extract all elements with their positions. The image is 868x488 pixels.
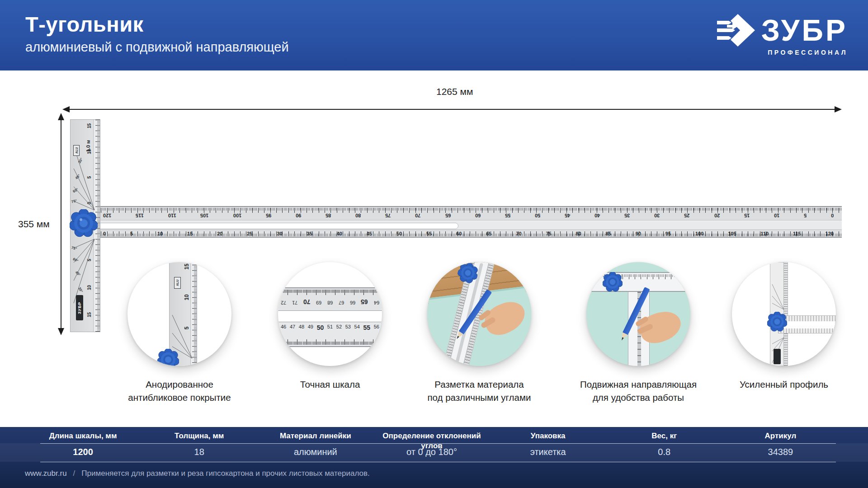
mini-knob: [603, 272, 623, 292]
scale-number: 48: [299, 324, 304, 331]
cm-ticks: [95, 231, 842, 236]
page-subtitle: алюминиевый с подвижной направляющей: [25, 40, 289, 55]
scale-number: 54: [354, 324, 360, 331]
caption-line: Подвижная направляющая: [561, 378, 715, 391]
scale-number: 64: [374, 298, 379, 305]
height-dimension-label: 355 мм: [18, 219, 50, 230]
page-title: Т-угольник: [25, 12, 144, 37]
spec-value: от 0 до 180°: [373, 447, 490, 457]
spec-value: этикетка: [490, 447, 606, 457]
caption-line: под различными углами: [402, 391, 556, 404]
width-dimension-line: [68, 109, 835, 110]
scale-number: 115: [136, 213, 144, 218]
divider-line: [40, 443, 836, 444]
scale-number: 66: [350, 298, 355, 305]
footer-note: www.zubr.ru/Применяется для разметки и р…: [25, 469, 370, 478]
scale-number: 110: [168, 213, 176, 218]
scale-number: 90: [296, 213, 301, 218]
brand-logo: ЗУБР ПРОФЕССИОНАЛ: [717, 14, 848, 57]
alu-badge: ALU: [174, 277, 181, 289]
caption-line: Разметка материала: [402, 378, 556, 391]
spec-col-sku: Артикул 34389: [722, 427, 839, 457]
scale-number: 5: [804, 213, 807, 218]
website-link: www.zubr.ru: [25, 469, 67, 478]
scale-number: 55: [363, 324, 370, 331]
mini-horizontal-ruler: [586, 272, 690, 292]
scale-number: 71: [292, 298, 297, 305]
feature-caption: Подвижная направляющая для удобства рабо…: [561, 378, 715, 404]
scale-number: 25: [684, 213, 689, 218]
scale-number: 72: [281, 298, 286, 305]
caption-line: Точная шкала: [253, 378, 407, 391]
spec-grid: Длина шкалы, мм 1200 Толщина, мм 18 Мате…: [25, 427, 839, 457]
scale-number: 68: [327, 298, 333, 305]
spec-col-thickness: Толщина, мм 18: [141, 427, 257, 457]
header-banner: Т-угольник алюминиевый с подвижной напра…: [0, 0, 868, 70]
spec-col-material: Материал линейки алюминий: [257, 427, 373, 457]
ruler-top-scale: 1201151101051009590858075706560555045403…: [95, 206, 842, 221]
scale-number: 50: [535, 213, 540, 218]
spec-value: 1200: [25, 447, 141, 457]
scale-number: 70: [303, 298, 311, 305]
feature-circle-marking: [427, 262, 531, 366]
spec-value: 0.8: [606, 447, 722, 457]
scale-number: 105: [200, 213, 208, 218]
spec-label: Материал линейки: [257, 431, 373, 443]
feature-circle-anodized: 15105 ALU: [127, 262, 231, 366]
scale-number: 51: [327, 324, 333, 331]
usage-note: Применяется для разметки и реза гипсокар…: [81, 469, 369, 478]
spec-col-angles: Определение отклонений углов от 0 до 180…: [373, 427, 490, 457]
spec-label: Упаковка: [490, 431, 606, 443]
spec-table: Длина шкалы, мм 1200 Толщина, мм 18 Мате…: [0, 427, 868, 488]
caption-line: антибликовое покрытие: [103, 391, 256, 404]
feature-caption: Усиленный профиль: [707, 378, 861, 391]
spec-col-packaging: Упаковка этикетка: [490, 427, 606, 457]
spec-label: Определение отклонений углов: [373, 431, 490, 443]
brand-tagline: ПРОФЕССИОНАЛ: [717, 49, 848, 56]
separator: /: [73, 469, 75, 478]
scale-number: 65: [445, 213, 451, 218]
closeup-bottom-scale: 4647484950515253545556: [278, 322, 382, 347]
scale-number: 40: [594, 213, 600, 218]
feature-caption: Точная шкала: [253, 378, 407, 391]
spec-label: Толщина, мм: [141, 431, 257, 443]
scale-number: 45: [565, 213, 570, 218]
top-scale-numbers: 1201151101051009590858075706560555045403…: [95, 211, 842, 220]
spec-label: Длина шкалы, мм: [25, 431, 141, 443]
caption-line: для удобства работы: [561, 391, 715, 404]
accuracy-badge: 1.0 м: [85, 140, 91, 152]
mini-knob: [157, 349, 179, 366]
closeup-bottom-numbers: 4647484950515253545556: [278, 324, 382, 331]
scale-number: 30: [654, 213, 660, 218]
arrowhead-down: [58, 328, 64, 335]
scale-number: 49: [308, 324, 313, 331]
scale-number: 120: [103, 213, 111, 218]
scale-number: 95: [266, 213, 271, 218]
scale-number: 65: [361, 298, 368, 305]
height-dimension-line: [61, 118, 61, 329]
scale-number: 47: [290, 324, 295, 331]
spec-col-scale-length: Длина шкалы, мм 1200: [25, 427, 141, 457]
cm-ticks: [278, 339, 382, 345]
cm-ticks: [586, 274, 690, 279]
spec-value: 34389: [722, 447, 839, 457]
scale-number: 52: [336, 324, 342, 331]
ruler-brand-badge: [774, 349, 781, 364]
arrowhead-left: [62, 106, 70, 113]
alu-badge: ALU: [73, 145, 80, 156]
brand-name: ЗУБР: [761, 16, 848, 45]
scale-number: 56: [374, 324, 379, 331]
scale-number: 60: [475, 213, 481, 218]
closeup-top-scale: 727170696867666564: [278, 287, 382, 311]
scale-number: 15: [744, 213, 750, 218]
divider-line: [40, 462, 836, 462]
spec-value: алюминий: [257, 447, 373, 457]
arrowhead-right: [835, 106, 842, 113]
spec-label: Артикул: [722, 431, 839, 443]
scale-number: 0: [831, 213, 834, 218]
mini-knob: [767, 312, 787, 332]
scale-number: 46: [281, 324, 286, 331]
ruler-bottom-scale: 0510152025303540455055606570758085909510…: [95, 230, 842, 238]
feature-caption: Разметка материала под различными углами: [402, 378, 556, 404]
scale-number: 55: [505, 213, 510, 218]
